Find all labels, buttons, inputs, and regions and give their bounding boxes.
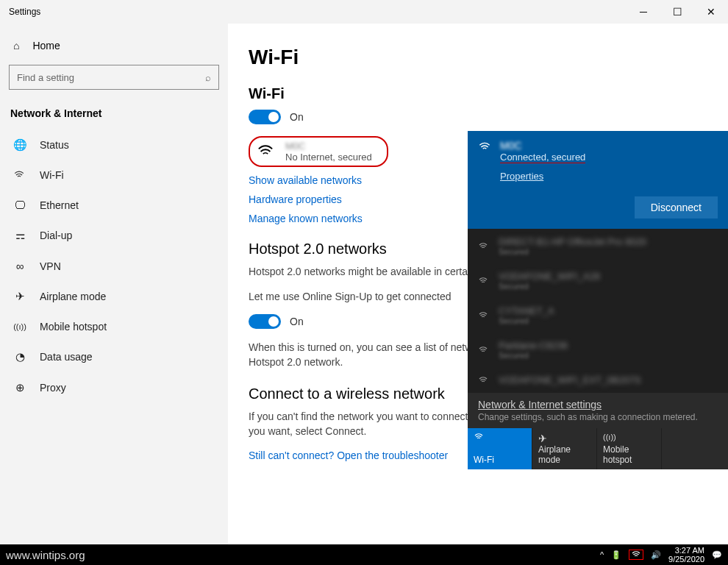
sidebar-item-label: Mobile hotspot xyxy=(40,321,107,333)
sidebar-item-label: VPN xyxy=(40,260,61,272)
flyout-footer: Network & Internet settings Change setti… xyxy=(468,393,728,428)
status-icon: 🌐 xyxy=(13,138,26,152)
tile-label: Airplane mode xyxy=(538,444,590,465)
maximize-button[interactable]: ☐ xyxy=(660,0,694,24)
flyout-connected[interactable]: M0C Connected, secured Properties xyxy=(468,131,728,191)
network-name: VODAFONE_WIFI_EXT_0B207S xyxy=(499,374,641,385)
network-name: VODAFONE_WIFI_A28 xyxy=(499,271,600,282)
tray-date: 9/25/2020 xyxy=(668,555,704,564)
sidebar-item-label: Status xyxy=(40,139,69,151)
sidebar-item-label: Wi-Fi xyxy=(40,169,64,181)
sidebar-home[interactable]: ⌂ Home xyxy=(0,32,228,59)
wifi-icon xyxy=(256,143,275,160)
network-security: Secured xyxy=(499,351,568,360)
flyout-network-item[interactable]: VODAFONE_WIFI_EXT_0B207S xyxy=(468,367,728,393)
wifi-heading: Wi-Fi xyxy=(249,85,707,102)
wifi-icon xyxy=(478,277,490,285)
network-security: Secured xyxy=(499,282,600,291)
close-button[interactable]: ✕ xyxy=(694,0,728,24)
sidebar-item-wifi[interactable]: Wi-Fi xyxy=(0,160,228,190)
network-name: CYTANET_A xyxy=(499,305,554,316)
tile-label: Mobile hotspot xyxy=(603,444,655,465)
search-icon: ⌕ xyxy=(205,72,211,83)
flyout-network-item[interactable]: DIRECT-B1-HP OfficeJet Pro 8020Secured xyxy=(468,229,728,263)
network-security: Secured xyxy=(499,316,554,325)
network-settings-link[interactable]: Network & Internet settings xyxy=(478,399,602,411)
minimize-button[interactable]: ─ xyxy=(627,0,660,24)
sidebar-item-airplane[interactable]: ✈ Airplane mode xyxy=(0,281,228,312)
toggle-switch-icon xyxy=(249,110,281,124)
flyout-properties-link[interactable]: Properties xyxy=(500,171,543,182)
tray-volume-icon[interactable]: 🔊 xyxy=(651,550,661,560)
sidebar-item-label: Dial-up xyxy=(40,230,72,241)
flyout-network-item[interactable]: Parklane-C8236Secured xyxy=(468,333,728,367)
network-flyout: M0C Connected, secured Properties Discon… xyxy=(468,131,728,469)
sidebar-item-label: Ethernet xyxy=(40,199,79,211)
home-icon: ⌂ xyxy=(13,40,19,51)
datausage-icon: ◔ xyxy=(13,350,26,363)
hotspot-toggle-state: On xyxy=(290,316,304,327)
sidebar-item-status[interactable]: 🌐 Status xyxy=(0,129,228,160)
network-ssid: M0C xyxy=(285,141,372,152)
wifi-icon xyxy=(478,346,490,355)
flyout-status: Connected, secured xyxy=(500,152,585,163)
toggle-switch-icon xyxy=(249,314,281,329)
tile-hotspot[interactable]: ((ı)) Mobile hotspot xyxy=(597,428,662,469)
disconnect-button[interactable]: Disconnect xyxy=(635,196,718,218)
wifi-icon xyxy=(478,376,490,385)
sidebar-item-label: Airplane mode xyxy=(40,291,106,302)
sidebar-item-label: Data usage xyxy=(40,351,93,363)
sidebar: ⌂ Home Find a setting ⌕ Network & Intern… xyxy=(0,24,228,544)
window-title: Settings xyxy=(9,7,40,17)
sidebar-category: Network & Internet xyxy=(0,103,228,129)
tray-battery-icon[interactable]: 🔋 xyxy=(611,550,621,560)
network-settings-sub: Change settings, such as making a connec… xyxy=(478,412,718,422)
wifi-icon xyxy=(474,433,526,441)
search-input[interactable]: Find a setting ⌕ xyxy=(9,65,219,90)
flyout-network-list: DIRECT-B1-HP OfficeJet Pro 8020Secured V… xyxy=(468,229,728,393)
tile-wifi[interactable]: Wi-Fi xyxy=(468,428,532,469)
current-network[interactable]: M0C No Internet, secured xyxy=(249,136,388,167)
tile-label: Wi-Fi xyxy=(474,455,526,465)
wifi-toggle-state: On xyxy=(290,111,304,123)
wifi-icon xyxy=(13,170,26,180)
titlebar: Settings ─ ☐ ✕ xyxy=(0,0,728,24)
network-status: No Internet, secured xyxy=(285,152,372,163)
sidebar-item-datausage[interactable]: ◔ Data usage xyxy=(0,341,228,372)
airplane-icon: ✈ xyxy=(13,290,26,303)
dialup-icon: ⚎ xyxy=(13,229,26,242)
tray-clock[interactable]: 3:27 AM 9/25/2020 xyxy=(668,546,704,564)
flyout-network-item[interactable]: CYTANET_ASecured xyxy=(468,298,728,333)
sidebar-item-dialup[interactable]: ⚎ Dial-up xyxy=(0,220,228,251)
tray-chevron-icon[interactable]: ^ xyxy=(600,550,604,559)
sidebar-item-ethernet[interactable]: 🖵 Ethernet xyxy=(0,190,228,220)
network-name: DIRECT-B1-HP OfficeJet Pro 8020 xyxy=(499,236,646,247)
tray-network-icon[interactable] xyxy=(629,550,643,560)
tray-notifications-icon[interactable]: 💬 xyxy=(712,550,722,560)
sidebar-item-label: Proxy xyxy=(40,382,66,394)
network-name: Parklane-C8236 xyxy=(499,340,568,351)
flyout-network-item[interactable]: VODAFONE_WIFI_A28Secured xyxy=(468,263,728,298)
tray-time: 3:27 AM xyxy=(668,546,704,555)
flyout-ssid: M0C xyxy=(500,140,585,152)
wifi-icon xyxy=(478,311,490,320)
sidebar-item-hotspot[interactable]: ((ı)) Mobile hotspot xyxy=(0,312,228,341)
ethernet-icon: 🖵 xyxy=(13,199,26,211)
flyout-tiles: Wi-Fi ✈ Airplane mode ((ı)) Mobile hotsp… xyxy=(468,428,728,469)
wifi-icon xyxy=(478,141,491,182)
hotspot-icon: ((ı)) xyxy=(603,433,655,441)
sidebar-item-proxy[interactable]: ⊕ Proxy xyxy=(0,372,228,403)
taskbar: www.wintips.org ^ 🔋 🔊 3:27 AM 9/25/2020 … xyxy=(0,544,728,565)
vpn-icon: ∞ xyxy=(13,260,26,272)
wifi-icon xyxy=(478,242,490,251)
tile-airplane[interactable]: ✈ Airplane mode xyxy=(532,428,597,469)
system-tray: ^ 🔋 🔊 3:27 AM 9/25/2020 💬 xyxy=(600,546,722,564)
hotspot-icon: ((ı)) xyxy=(13,322,26,331)
search-placeholder: Find a setting xyxy=(17,72,74,83)
wifi-toggle[interactable]: On xyxy=(249,110,707,124)
network-security: Secured xyxy=(499,247,646,256)
sidebar-item-vpn[interactable]: ∞ VPN xyxy=(0,251,228,281)
sidebar-home-label: Home xyxy=(32,40,60,51)
page-title: Wi-Fi xyxy=(249,46,707,69)
watermark-url: www.wintips.org xyxy=(6,549,85,561)
